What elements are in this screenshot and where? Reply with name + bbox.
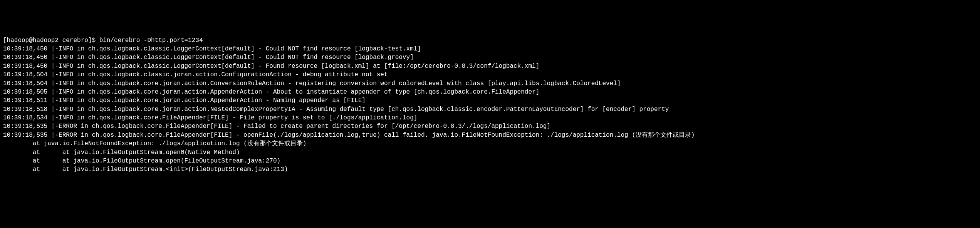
log-line: 10:39:18,504 |-INFO in ch.qos.logback.co…: [3, 79, 977, 88]
terminal-output: [hadoop@hadoop2 cerebro]$ bin/cerebro -D…: [3, 36, 977, 174]
log-line: 10:39:18,535 |-ERROR in ch.qos.logback.c…: [3, 122, 977, 131]
log-line: 10:39:18,518 |-INFO in ch.qos.logback.co…: [3, 105, 977, 114]
log-line: 10:39:18,535 |-ERROR in ch.qos.logback.c…: [3, 131, 977, 139]
stacktrace-line: at at java.io.FileOutputStream.open0(Nat…: [3, 148, 977, 157]
shell-prompt: [hadoop@hadoop2 cerebro]$: [3, 37, 99, 44]
log-line: 10:39:18,450 |-INFO in ch.qos.logback.cl…: [3, 45, 977, 53]
stacktrace-line: at java.io.FileNotFoundException: ./logs…: [3, 139, 977, 148]
stacktrace-line: at at java.io.FileOutputStream.<init>(Fi…: [3, 165, 977, 174]
log-line: 10:39:18,505 |-INFO in ch.qos.logback.co…: [3, 88, 977, 96]
log-line: 10:39:18,504 |-INFO in ch.qos.logback.cl…: [3, 70, 977, 79]
log-line: 10:39:18,450 |-INFO in ch.qos.logback.cl…: [3, 53, 977, 62]
command-text: bin/cerebro -Dhttp.port=1234: [99, 37, 203, 44]
stacktrace-line: at at java.io.FileOutputStream.open(File…: [3, 157, 977, 165]
log-line: 10:39:18,450 |-INFO in ch.qos.logback.cl…: [3, 62, 977, 70]
command-line: [hadoop@hadoop2 cerebro]$ bin/cerebro -D…: [3, 36, 977, 45]
log-line: 10:39:18,534 |-INFO in ch.qos.logback.co…: [3, 114, 977, 122]
log-line: 10:39:18,511 |-INFO in ch.qos.logback.co…: [3, 96, 977, 105]
